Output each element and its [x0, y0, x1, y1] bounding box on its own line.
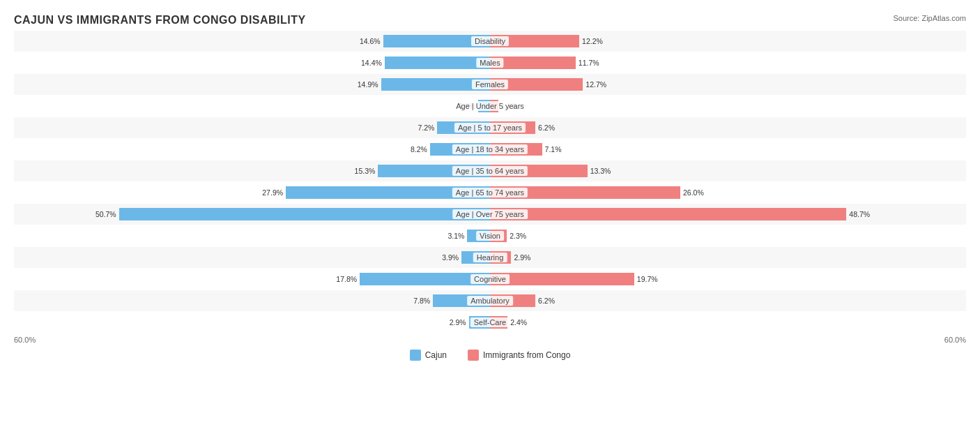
cajun-value: 17.8%: [336, 275, 357, 283]
bar-row: 2.9%2.4%Self-Care: [14, 312, 966, 333]
row-label: Cognitive: [470, 274, 510, 284]
row-label: Ambulatory: [467, 296, 513, 306]
immigrants-value: 48.7%: [849, 210, 870, 218]
bar-row: 50.7%48.7%Age | Over 75 years: [14, 204, 966, 225]
row-label: Age | 65 to 74 years: [452, 188, 528, 197]
bar-row: 14.9%12.7%Females: [14, 74, 966, 95]
cajun-bar: [119, 208, 490, 220]
bar-row: 3.1%2.3%Vision: [14, 225, 966, 246]
cajun-bar: [385, 57, 490, 69]
cajun-value: 14.6%: [360, 37, 381, 45]
immigrants-value: 2.4%: [510, 318, 527, 327]
bar-row: 1.6%1.1%Age | Under 5 years: [14, 96, 966, 117]
y-axis-left: 60.0%: [14, 336, 36, 344]
cajun-value: 14.9%: [358, 80, 378, 89]
legend-immigrants: Immigrants from Congo: [468, 350, 570, 361]
cajun-value: 8.2%: [411, 145, 427, 153]
cajun-value: 7.2%: [418, 123, 434, 132]
row-label: Disability: [471, 36, 509, 46]
immigrants-value: 7.1%: [545, 145, 562, 153]
bar-row: 7.8%6.2%Ambulatory: [14, 290, 966, 311]
immigrants-value: 2.9%: [514, 253, 530, 262]
cajun-value: 15.3%: [355, 167, 376, 175]
bar-row: 14.6%12.2%Disability: [14, 31, 966, 52]
source-label: Source: ZipAtlas.com: [893, 14, 966, 22]
chart-rows-area: 14.6%12.2%Disability14.4%11.7%Males14.9%…: [14, 31, 966, 333]
cajun-value: 27.9%: [262, 188, 283, 197]
row-label: Age | 35 to 64 years: [452, 166, 528, 176]
y-axis-labels: 60.0% 60.0%: [14, 336, 966, 344]
row-label: Age | Over 75 years: [452, 209, 528, 219]
y-axis-right: 60.0%: [944, 336, 966, 344]
bar-row: 3.9%2.9%Hearing: [14, 247, 966, 268]
row-label: Age | Under 5 years: [452, 101, 528, 111]
row-label: Age | 5 to 17 years: [454, 123, 526, 133]
cajun-value: 2.9%: [450, 318, 466, 327]
row-label: Self-Care: [470, 317, 510, 327]
legend-immigrants-color: [468, 350, 479, 361]
immigrants-value: 13.3%: [590, 167, 611, 175]
bar-row: 27.9%26.0%Age | 65 to 74 years: [14, 182, 966, 203]
row-label: Hearing: [473, 253, 507, 262]
immigrants-value: 2.3%: [510, 232, 526, 240]
immigrants-value: 12.2%: [582, 37, 603, 45]
cajun-value: 7.8%: [413, 297, 430, 305]
row-label: Females: [472, 80, 508, 89]
immigrants-value: 19.7%: [637, 275, 658, 283]
bar-row: 17.8%19.7%Cognitive: [14, 269, 966, 290]
bar-row: 8.2%7.1%Age | 18 to 34 years: [14, 139, 966, 160]
cajun-value: 50.7%: [95, 210, 116, 218]
cajun-value: 3.9%: [442, 253, 459, 262]
immigrants-value: 11.7%: [579, 59, 599, 67]
cajun-value: 14.4%: [361, 59, 382, 67]
bar-row: 15.3%13.3%Age | 35 to 64 years: [14, 160, 966, 181]
chart-container: CAJUN VS IMMIGRANTS FROM CONGO DISABILIT…: [0, 0, 980, 427]
legend-cajun-color: [410, 350, 421, 361]
row-label: Males: [476, 58, 503, 68]
immigrants-bar: [490, 208, 846, 220]
bar-row: 14.4%11.7%Males: [14, 52, 966, 73]
legend-immigrants-label: Immigrants from Congo: [483, 350, 570, 360]
legend-cajun: Cajun: [410, 350, 447, 361]
immigrants-value: 12.7%: [585, 80, 606, 89]
cajun-value: 3.1%: [448, 232, 465, 240]
immigrants-value: 26.0%: [683, 188, 704, 197]
chart-title: CAJUN VS IMMIGRANTS FROM CONGO DISABILIT…: [14, 14, 966, 27]
bar-row: 7.2%6.2%Age | 5 to 17 years: [14, 117, 966, 138]
immigrants-value: 6.2%: [538, 297, 555, 305]
immigrants-value: 6.2%: [538, 123, 555, 132]
legend-cajun-label: Cajun: [425, 350, 447, 360]
row-label: Age | 18 to 34 years: [452, 144, 528, 154]
legend: Cajun Immigrants from Congo: [14, 350, 966, 361]
immigrants-bar: [490, 273, 634, 285]
row-label: Vision: [476, 231, 504, 241]
